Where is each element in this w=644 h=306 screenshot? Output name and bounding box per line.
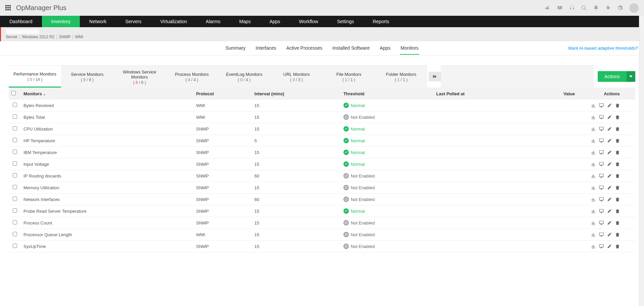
row-checkbox[interactable] — [13, 114, 17, 119]
col-threshold[interactable]: Threshold — [341, 88, 434, 100]
category-service-monitors[interactable]: Service Monitors( 9 / 9 ) — [61, 65, 113, 88]
edit-icon[interactable] — [607, 150, 612, 155]
delete-icon[interactable] — [615, 162, 620, 166]
rocket-icon[interactable] — [545, 5, 551, 11]
row-checkbox[interactable] — [13, 103, 17, 107]
row-checkbox[interactable] — [13, 232, 17, 236]
nav-network[interactable]: Network — [80, 16, 116, 27]
monitor-icon[interactable] — [599, 162, 604, 166]
edit-icon[interactable] — [607, 185, 612, 190]
edit-icon[interactable] — [607, 103, 612, 108]
chart-icon[interactable] — [591, 232, 596, 237]
nav-dashboard[interactable]: Dashboard — [0, 16, 42, 27]
nav-inventory[interactable]: Inventory — [42, 16, 80, 27]
nav-settings[interactable]: Settings — [328, 16, 364, 27]
delete-icon[interactable] — [615, 115, 620, 119]
plug-icon[interactable] — [605, 5, 611, 11]
nav-apps[interactable]: Apps — [260, 16, 289, 27]
edit-icon[interactable] — [607, 173, 612, 178]
nav-alarms[interactable]: Alarms — [197, 16, 230, 27]
col-interval[interactable]: Interval (mins) — [252, 88, 341, 100]
chart-icon[interactable] — [591, 138, 596, 143]
col-monitors[interactable]: Monitors▲ — [21, 88, 194, 100]
expand-categories-button[interactable] — [429, 72, 441, 81]
edit-icon[interactable] — [607, 220, 612, 225]
scrollbar[interactable] — [639, 16, 644, 259]
monitor-icon[interactable] — [599, 126, 604, 131]
chart-icon[interactable] — [591, 173, 596, 178]
category-performance-monitors[interactable]: Performance Monitors( 0 / 14 ) — [9, 65, 61, 88]
avatar[interactable] — [629, 3, 639, 13]
subtab-interfaces[interactable]: Interfaces — [255, 42, 277, 55]
delete-icon[interactable] — [615, 103, 620, 108]
subtab-installed-software[interactable]: Installed Software — [332, 42, 370, 55]
row-checkbox[interactable] — [13, 185, 17, 189]
row-checkbox[interactable] — [13, 197, 17, 201]
headset-icon[interactable] — [569, 5, 575, 11]
actions-button[interactable]: Actions — [598, 71, 627, 82]
nav-virtualization[interactable]: Virtualization — [151, 16, 197, 27]
edit-icon[interactable] — [607, 138, 612, 143]
category-file-monitors[interactable]: File Monitors( 1 / 1 ) — [323, 65, 375, 88]
row-checkbox[interactable] — [13, 220, 17, 224]
chart-icon[interactable] — [591, 115, 596, 119]
edit-icon[interactable] — [607, 232, 612, 237]
category-eventlog-monitors[interactable]: EventLog Monitors( 0 / 4 ) — [218, 65, 270, 88]
subtab-summary[interactable]: Summary — [225, 42, 246, 55]
delete-icon[interactable] — [615, 185, 620, 190]
edit-icon[interactable] — [607, 162, 612, 166]
category-url-monitors[interactable]: URL Monitors( 3 / 3 ) — [270, 65, 323, 88]
row-checkbox[interactable] — [13, 126, 17, 131]
delete-icon[interactable] — [615, 126, 620, 131]
chart-icon[interactable] — [591, 162, 596, 166]
bell-icon[interactable] — [593, 5, 599, 11]
monitor-icon[interactable] — [599, 232, 604, 237]
chart-icon[interactable] — [591, 185, 596, 190]
nav-servers[interactable]: Servers — [116, 16, 151, 27]
category-process-monitors[interactable]: Process Monitors( 4 / 4 ) — [166, 65, 218, 88]
edit-icon[interactable] — [607, 126, 612, 131]
gear-icon[interactable] — [617, 5, 623, 11]
subtab-active-processes[interactable]: Active Processes — [286, 42, 323, 55]
col-protocol[interactable]: Protocol — [194, 88, 252, 100]
monitor-icon[interactable] — [599, 173, 604, 178]
col-lastpolled[interactable]: Last Polled at — [434, 88, 519, 100]
monitor-icon[interactable] — [599, 220, 604, 225]
delete-icon[interactable] — [615, 220, 620, 225]
edit-icon[interactable] — [607, 209, 612, 213]
subtab-monitors[interactable]: Monitors — [400, 42, 419, 55]
select-all-checkbox[interactable] — [11, 91, 16, 95]
row-checkbox[interactable] — [13, 138, 17, 142]
edit-icon[interactable] — [607, 115, 612, 119]
ai-thresholds-link[interactable]: Want AI-based adaptive thresholds? — [568, 46, 638, 51]
chart-icon[interactable] — [591, 197, 596, 202]
chart-icon[interactable] — [591, 150, 596, 155]
nav-maps[interactable]: Maps — [230, 16, 260, 27]
monitor-icon[interactable] — [599, 103, 604, 108]
monitor-icon[interactable] — [599, 244, 604, 249]
subtab-apps[interactable]: Apps — [379, 42, 391, 55]
monitor-icon[interactable] — [599, 150, 604, 155]
row-checkbox[interactable] — [13, 161, 17, 166]
delete-icon[interactable] — [615, 232, 620, 237]
chart-icon[interactable] — [591, 220, 596, 225]
edit-icon[interactable] — [607, 197, 612, 202]
nav-reports[interactable]: Reports — [363, 16, 398, 27]
delete-icon[interactable] — [615, 244, 620, 249]
delete-icon[interactable] — [615, 173, 620, 178]
monitor-icon[interactable] — [599, 197, 604, 202]
category-windows-service-monitors[interactable]: Windows Service Monitors( 6 / 6 ) — [113, 65, 166, 88]
delete-icon[interactable] — [615, 150, 620, 155]
edit-icon[interactable] — [607, 244, 612, 249]
monitor-icon[interactable] — [599, 115, 604, 119]
row-checkbox[interactable] — [13, 244, 17, 248]
actions-dropdown-caret[interactable] — [627, 71, 635, 82]
monitor-icon[interactable] — [599, 185, 604, 190]
nav-workflow[interactable]: Workflow — [289, 16, 327, 27]
row-checkbox[interactable] — [13, 173, 17, 177]
chart-icon[interactable] — [591, 244, 596, 249]
chart-icon[interactable] — [591, 209, 596, 213]
delete-icon[interactable] — [615, 138, 620, 143]
col-value[interactable]: Value — [519, 88, 588, 100]
monitor-icon[interactable] — [599, 209, 604, 213]
